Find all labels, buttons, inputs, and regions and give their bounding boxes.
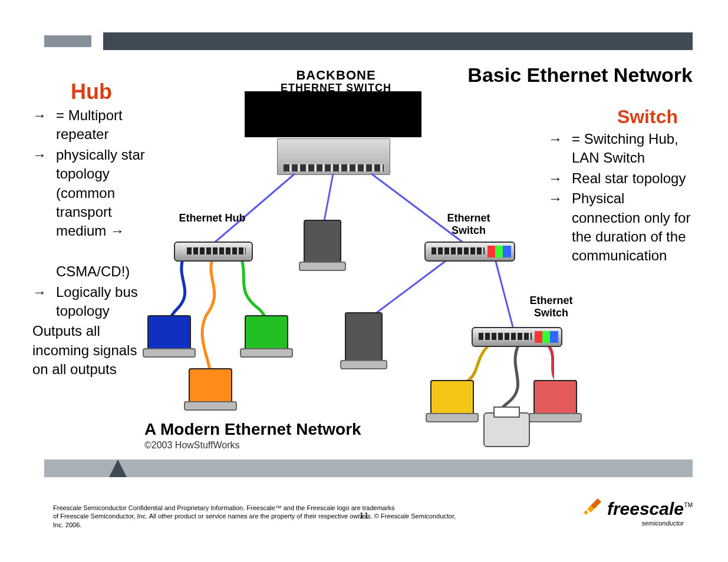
backbone-label-1: BACKBONE — [253, 68, 419, 83]
diagram-footer-title: A Modern Ethernet Network — [144, 420, 361, 439]
hub-bullet: → CSMA/CD!) — [32, 262, 147, 281]
freescale-logo: freescale — [582, 495, 684, 516]
decor-bottom-bar — [44, 459, 693, 477]
hub-bullet: → = Multiport repeater — [32, 106, 147, 144]
footer-line-1: Freescale Semiconductor Confidential and… — [53, 504, 395, 511]
hub-bullet-text: = Multiport repeater — [56, 106, 147, 144]
pc-grey2-icon — [345, 312, 383, 362]
arrow-icon: → — [32, 106, 56, 125]
footer-legal: Freescale Semiconductor Confidential and… — [53, 504, 466, 529]
hub-bullet-list: → = Multiport repeater → physically star… — [32, 106, 147, 380]
logo-tm: TM — [684, 502, 693, 508]
hub-label: Ethernet Hub — [174, 212, 251, 224]
hub-bullet-text: CSMA/CD!) — [56, 262, 147, 281]
page-number: 11 — [359, 510, 369, 520]
arrow-icon: → — [32, 146, 56, 164]
switch-bullet-list: → = Switching Hub, LAN Switch → Real sta… — [548, 130, 696, 267]
hub-tail-text: → Outputs all incoming signals on all ou… — [9, 322, 147, 379]
hub-heading: Hub — [71, 80, 112, 104]
printer-icon — [483, 412, 530, 447]
svg-line-4 — [495, 259, 513, 327]
decor-bar-large — [103, 32, 693, 50]
logo-subtext: semiconductor — [641, 520, 684, 527]
switch-bullet: → Real star topology — [548, 169, 696, 188]
slide: Basic Ethernet Network Hub → = Multiport… — [0, 0, 728, 562]
pc-red-icon — [533, 380, 577, 415]
svg-line-0 — [212, 174, 295, 244]
pc-blue-icon — [147, 315, 191, 350]
switch-heading: Switch — [617, 106, 678, 128]
switch-bullet-text: Physical connection only for the duratio… — [572, 189, 696, 266]
logo-mark-icon — [582, 495, 604, 516]
switch-device-low-icon — [472, 327, 562, 347]
pc-green-icon — [245, 315, 288, 350]
pc-yellow-icon — [430, 380, 474, 415]
redacted-box — [245, 91, 421, 137]
decor-bar-small — [44, 35, 91, 47]
decor-bottom-arrow-icon — [109, 459, 127, 477]
hub-bullet: → Logically bus topology — [32, 283, 147, 321]
pc-orange-icon — [189, 368, 232, 403]
switch-device-mid-icon — [424, 242, 515, 262]
switch-label-low: Ethernet Switch — [513, 295, 589, 319]
hub-bullet-spacer: → — [32, 242, 147, 261]
switch-bullet: → Physical connection only for the durat… — [548, 189, 696, 266]
hub-bullet: → physically star topology (common trans… — [32, 146, 147, 241]
hub-bullet-text: Logically bus topology — [56, 283, 147, 321]
logo-text: freescale — [607, 499, 684, 519]
diagram-footer-sub: ©2003 HowStuffWorks — [144, 440, 240, 451]
backbone-switch-icon — [277, 138, 390, 175]
pc-grey1-icon — [304, 220, 341, 263]
arrow-icon: → — [32, 283, 56, 302]
switch-label-mid: Ethernet Switch — [430, 212, 507, 237]
hub-bullet-text: physically star topology (common transpo… — [56, 146, 147, 241]
footer-line-2: of Freescale Semiconductor, Inc. All oth… — [53, 513, 456, 528]
switch-bullet-text: Real star topology — [572, 169, 696, 188]
switch-bullet: → = Switching Hub, LAN Switch — [548, 130, 696, 168]
network-diagram: BACKBONE ETHERNET SWITCH Ethernet Hub Et… — [141, 68, 554, 451]
hub-tail: Outputs all incoming signals on all outp… — [32, 322, 147, 379]
switch-bullet-text: = Switching Hub, LAN Switch — [572, 130, 696, 168]
hub-device-icon — [174, 242, 253, 262]
svg-line-1 — [324, 174, 333, 221]
